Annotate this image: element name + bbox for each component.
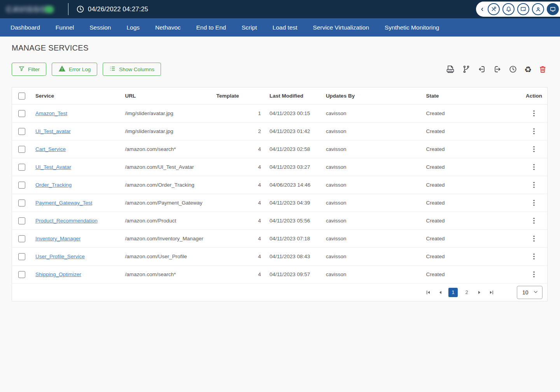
service-table-body: Amazon_Test /img/slider/avatar.jpg 1 04/… [12, 105, 547, 284]
table-row: User_Profile_Service /amazon.com/User_Pr… [12, 248, 547, 266]
row-action-kebab-icon[interactable] [531, 163, 537, 172]
topbar-divider [68, 3, 68, 15]
service-link[interactable]: Payment_Gateway_Test [35, 200, 92, 206]
service-link[interactable]: User_Profile_Service [35, 254, 85, 259]
service-template: 4 [212, 164, 266, 170]
tools-icon[interactable] [488, 3, 500, 15]
table-row: Shipping_Optimizer /amazon.com/search* 4… [12, 266, 547, 284]
table-row: Amazon_Test /img/slider/avatar.jpg 1 04/… [12, 105, 547, 122]
row-checkbox[interactable] [18, 146, 25, 153]
show-columns-button[interactable]: Show Columns [103, 63, 161, 76]
nav-item-nethavoc[interactable]: Nethavoc [155, 24, 180, 31]
filter-label: Filter [28, 66, 40, 72]
service-link[interactable]: Amazon_Test [35, 110, 67, 116]
table-row: Inventory_Manager /amazon.com/Inventory_… [12, 230, 547, 248]
service-link[interactable]: UI_Test_avatar [35, 128, 71, 134]
user-icon[interactable] [532, 3, 544, 15]
nav-item-load-test[interactable]: Load test [273, 24, 298, 31]
service-last-modified: 04/11/2023 03:27 [266, 164, 322, 170]
row-action-kebab-icon[interactable] [531, 127, 537, 136]
chevron-left-icon[interactable] [480, 7, 485, 12]
service-template: 2 [212, 128, 266, 134]
first-page-icon[interactable] [424, 289, 432, 296]
bell-icon[interactable] [502, 3, 514, 15]
version-branch-icon[interactable] [461, 64, 471, 74]
row-action-kebab-icon[interactable] [531, 145, 537, 154]
monitor-icon[interactable] [547, 3, 559, 15]
service-state: Created [422, 128, 521, 134]
service-url: /amazon.com/Product [121, 218, 213, 224]
nav-item-end-to-end[interactable]: End to End [196, 24, 226, 31]
filter-button[interactable]: Filter [12, 63, 46, 76]
nav-item-logs[interactable]: Logs [126, 24, 140, 31]
service-last-modified: 04/11/2023 07:18 [266, 236, 322, 242]
row-checkbox[interactable] [18, 110, 25, 117]
column-header-template: Template [212, 93, 266, 99]
row-checkbox[interactable] [18, 200, 25, 206]
select-all-checkbox[interactable] [18, 93, 25, 100]
service-state: Created [422, 146, 521, 152]
log-file-icon[interactable]: LOG [445, 64, 456, 75]
table-row: UI_Test_Avatar /amazon.com/UI_Test_Avata… [12, 158, 547, 176]
service-link[interactable]: Shipping_Optimizer [35, 271, 81, 277]
nav-item-dashboard[interactable]: Dashboard [10, 24, 40, 31]
page-number-1[interactable]: 1 [448, 288, 458, 297]
nav-item-session[interactable]: Session [89, 24, 111, 31]
row-checkbox[interactable] [18, 128, 25, 135]
next-page-icon[interactable] [476, 289, 483, 296]
service-state: Created [422, 110, 521, 116]
service-link[interactable]: Inventory_Manager [35, 236, 80, 242]
page-size-select[interactable]: 10 [517, 286, 542, 299]
history-clock-icon[interactable] [508, 64, 518, 74]
service-updates-by: cavisson [322, 271, 422, 277]
nav-item-service-virtualization[interactable]: Service Virtualization [313, 24, 369, 31]
row-action-kebab-icon[interactable] [531, 234, 537, 243]
page-number-2[interactable]: 2 [462, 288, 471, 297]
row-checkbox[interactable] [18, 235, 25, 242]
previous-page-icon[interactable] [436, 289, 444, 296]
service-updates-by: cavisson [322, 254, 422, 259]
services-table: Service URL Template Last Modified Updat… [12, 87, 548, 301]
service-last-modified: 04/11/2023 02:58 [266, 146, 322, 152]
last-page-icon[interactable] [488, 289, 495, 296]
column-header-last-modified: Last Modified [266, 93, 322, 99]
row-checkbox[interactable] [18, 182, 25, 189]
row-action-kebab-icon[interactable] [531, 180, 537, 190]
error-log-button[interactable]: Error Log [52, 63, 97, 76]
service-url: /img/slider/avatar.jpg [121, 110, 213, 116]
filter-funnel-icon [18, 65, 25, 73]
row-checkbox[interactable] [18, 217, 25, 224]
row-action-kebab-icon[interactable] [531, 109, 537, 118]
service-updates-by: cavisson [322, 218, 422, 224]
error-log-label: Error Log [69, 66, 91, 72]
service-last-modified: 04/11/2023 01:42 [266, 128, 322, 134]
row-checkbox[interactable] [18, 164, 25, 171]
row-action-kebab-icon[interactable] [531, 270, 537, 279]
row-checkbox[interactable] [18, 271, 25, 278]
row-action-kebab-icon[interactable] [531, 198, 537, 208]
row-action-kebab-icon[interactable] [531, 216, 537, 226]
delete-trash-icon[interactable] [538, 64, 548, 74]
nav-item-funnel[interactable]: Funnel [56, 24, 74, 31]
service-link[interactable]: Cart_Service [35, 146, 66, 152]
service-template: 4 [212, 271, 266, 277]
service-link[interactable]: UI_Test_Avatar [35, 164, 71, 170]
import-icon[interactable] [477, 64, 487, 74]
desktop-icon[interactable] [517, 3, 529, 15]
column-header-service: Service [32, 93, 121, 99]
row-action-kebab-icon[interactable] [531, 252, 537, 261]
export-icon[interactable] [492, 64, 502, 74]
recycle-icon[interactable]: ♻ [523, 65, 532, 74]
service-last-modified: 04/11/2023 09:57 [266, 271, 322, 277]
main-nav: DashboardFunnelSessionLogsNethavocEnd to… [0, 18, 560, 37]
service-url: /img/slider/avatar.jpg [121, 128, 213, 134]
service-link[interactable]: Order_Tracking [35, 182, 72, 188]
column-header-url: URL [121, 93, 213, 99]
service-last-modified: 04/11/2023 05:56 [266, 218, 322, 224]
nav-item-synthetic-monitoring[interactable]: Synthetic Monitoring [385, 24, 439, 31]
service-template: 4 [212, 146, 266, 152]
service-link[interactable]: Product_Recommendation [35, 218, 98, 224]
nav-item-script[interactable]: Script [242, 24, 257, 31]
service-url: /amazon.com/search* [121, 146, 213, 152]
row-checkbox[interactable] [18, 253, 25, 260]
